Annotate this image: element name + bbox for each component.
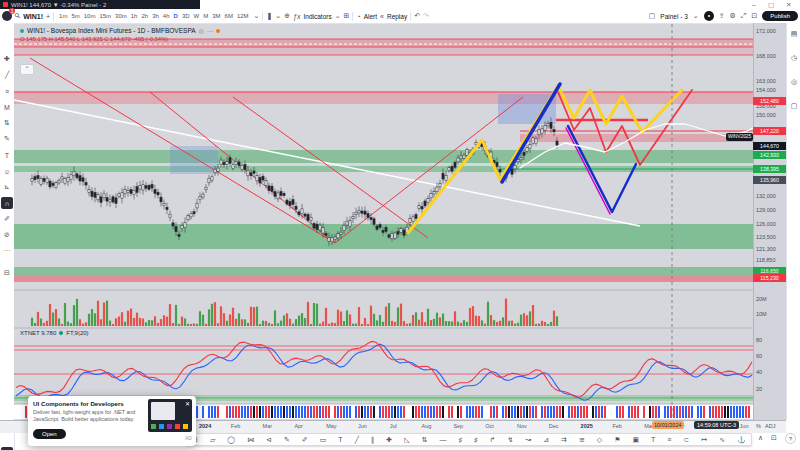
chat-icon[interactable]: ▢ [789, 101, 799, 111]
ad-open-button[interactable]: Open [33, 429, 66, 439]
timeframe-2h[interactable]: 2h [139, 13, 150, 19]
pattern-tool[interactable]: M [1, 101, 13, 113]
indicators-button[interactable]: Indicators [303, 13, 331, 20]
timeframe-6M[interactable]: 6M [223, 13, 235, 19]
templates-icon[interactable]: ⊞ [344, 12, 350, 20]
timeframe-M[interactable]: M [201, 13, 210, 19]
timeframe-3D[interactable]: 3D [180, 13, 192, 19]
favorites-drawing-toolbar[interactable]: ⊞▱◯⋈⊲✎✐▭T╱∥✚◺⇅—♯♯↱↯↝⊿⇉≌◇⚑▣T≡⊂↦∿⚓ [186, 433, 752, 446]
favorite-tool-icon-12[interactable]: ◺ [404, 434, 409, 445]
measure-tool[interactable]: ⊾ [1, 181, 13, 193]
alerts-clock-icon[interactable]: ◷ [789, 53, 799, 63]
delete-drawings-tool[interactable]: ⊟ [1, 267, 13, 279]
maximize-panel-icon[interactable]: ⊡ [771, 434, 777, 442]
redo-icon[interactable]: ↷ [423, 12, 429, 20]
favorite-tool-icon-11[interactable]: ✚ [386, 434, 392, 445]
favorite-tool-icon-13[interactable]: ⇅ [422, 434, 428, 445]
adjust-data-button[interactable]: ADJ [765, 423, 775, 429]
favorite-tool-icon-16[interactable]: ♯ [474, 434, 478, 445]
window-tab[interactable]: WIN1! 144,670 ▼ -0.34% Painel - 2 [0, 0, 200, 9]
layout-name-button[interactable]: Painel - 3 [660, 13, 687, 20]
compare-icon[interactable]: ⊕ [284, 12, 290, 20]
chart-type-icon[interactable]: ❚ [266, 12, 272, 20]
hotlists-icon[interactable]: ◎ [789, 77, 799, 87]
screenshot-camera-icon[interactable]: ⊡ [751, 12, 757, 20]
hide-drawings-tool[interactable]: ⊘ [1, 229, 13, 241]
more-options-icon[interactable]: ⋯ [207, 27, 213, 34]
crosshair-tool[interactable]: ✚ [1, 53, 13, 65]
user-avatar[interactable]: 1 [2, 11, 12, 21]
chart-type-dropdown-icon[interactable]: ⌄ [275, 12, 281, 20]
favorite-tool-icon-14[interactable]: — [440, 434, 447, 445]
favorite-tool-icon-4[interactable]: ⊲ [266, 434, 272, 445]
help-button[interactable]: ? [785, 433, 796, 444]
timeframe-D[interactable]: D [172, 13, 180, 19]
favorite-tool-icon-15[interactable]: ♯ [459, 434, 463, 445]
timeframe-30m[interactable]: 30m [113, 13, 129, 19]
chart-legend[interactable]: WIN1! - Bovespa Index Mini Futures - 1D … [20, 27, 220, 34]
share-icon[interactable]: ⇪ [719, 12, 725, 20]
watchlist-icon[interactable]: ▤ [789, 29, 799, 39]
favorite-tool-icon-17[interactable]: ↱ [490, 434, 496, 445]
alert-button[interactable]: Alert [364, 13, 377, 20]
legend-collapse-chip[interactable]: ⌃ [20, 64, 34, 75]
timeframe-W[interactable]: W [192, 13, 202, 19]
timeframe-15m[interactable]: 15m [97, 13, 113, 19]
percent-scale-button[interactable]: % [756, 423, 761, 429]
favorite-tool-icon-2[interactable]: ◯ [227, 434, 235, 445]
timeframe-10m[interactable]: 10m [82, 13, 98, 19]
indicator-legend[interactable]: XTNET 9.780 FT,9(20) [20, 330, 89, 336]
chart-canvas[interactable] [14, 24, 753, 420]
replay-button[interactable]: Replay [387, 13, 407, 20]
account-avatar[interactable] [704, 11, 714, 21]
minimize-button[interactable]: – [752, 1, 756, 8]
timeframe-1m[interactable]: 1m [57, 13, 69, 19]
indicators-dropdown-icon[interactable]: ⌄ [335, 12, 341, 20]
long-short-position-tool[interactable]: ⇅ [1, 117, 13, 129]
timeframe-1h[interactable]: 1h [129, 13, 140, 19]
add-symbol-icon[interactable]: + [46, 13, 50, 20]
fib-retracement-tool[interactable]: ≡ [1, 85, 13, 97]
favorite-tool-icon-20[interactable]: ⊿ [543, 434, 549, 445]
layout-dropdown-icon[interactable]: ⌄ [693, 12, 699, 20]
timeframe-5m[interactable]: 5m [69, 13, 81, 19]
favorite-tool-icon-30[interactable]: ∿ [719, 434, 725, 445]
timeframe-3h[interactable]: 3h [150, 13, 161, 19]
favorite-tool-icon-24[interactable]: ⚑ [614, 434, 620, 445]
publish-button[interactable]: Publish [762, 11, 798, 21]
draw-tool[interactable]: ✐ [1, 213, 13, 225]
favorite-tool-icon-9[interactable]: ╱ [355, 434, 359, 445]
favorite-tool-icon-25[interactable]: ▣ [632, 434, 639, 445]
favorite-tool-icon-29[interactable]: ↦ [701, 434, 707, 445]
favorite-tool-icon-10[interactable]: ∥ [371, 434, 375, 445]
favorite-tool-icon-28[interactable]: ⊂ [683, 434, 689, 445]
fullscreen-icon[interactable]: ⤢ [741, 12, 747, 20]
close-button[interactable]: ✕ [786, 1, 791, 9]
timeframe-3M[interactable]: 3M [210, 13, 222, 19]
favorite-tool-icon-27[interactable]: ≡ [667, 434, 671, 445]
symbol-search-button[interactable]: WIN1! [23, 13, 43, 20]
favorite-tool-icon-18[interactable]: ↯ [507, 434, 513, 445]
favorite-tool-icon-5[interactable]: ✎ [284, 434, 290, 445]
favorite-tool-icon-8[interactable]: T [338, 434, 342, 445]
magnet-tool[interactable]: ∩ [1, 197, 13, 209]
timeframe-4h[interactable]: 4h [161, 13, 172, 19]
undo-icon[interactable]: ↶ [414, 12, 420, 20]
more-tools[interactable]: ⋯ [1, 245, 13, 257]
favorite-tool-icon-22[interactable]: ≌ [579, 434, 585, 445]
favorite-tool-icon-6[interactable]: ✐ [302, 434, 308, 445]
alert-icon[interactable]: ◔ [356, 13, 360, 20]
eye-icon[interactable]: ◎ [199, 27, 204, 34]
settings-gear-icon[interactable]: ⚙ [730, 12, 736, 20]
favorite-tool-icon-3[interactable]: ⋈ [247, 434, 254, 445]
layout-select-icon[interactable]: ▢ [649, 12, 656, 20]
replay-icon[interactable]: « [380, 13, 384, 20]
ad-close-icon[interactable]: ✕ [185, 400, 190, 407]
maximize-button[interactable]: ▢ [768, 1, 774, 9]
collapse-panel-icon[interactable]: ∧ [758, 434, 763, 442]
trend-line-tool[interactable]: ╱ [1, 69, 13, 81]
favorite-tool-icon-7[interactable]: ▭ [320, 434, 327, 445]
favorite-tool-icon-1[interactable]: ▱ [210, 434, 215, 445]
timeframe-12M[interactable]: 12M [235, 13, 251, 19]
text-tool[interactable]: T [1, 149, 13, 161]
